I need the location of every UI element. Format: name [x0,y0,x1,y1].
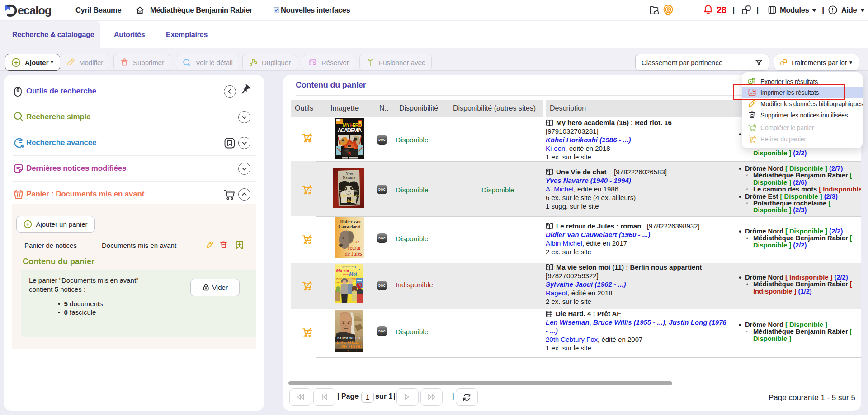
svg-text:de Jules: de Jules [345,251,363,257]
svg-text:chat: chat [346,198,354,203]
svg-text:Albin Michel: Albin Michel [349,203,359,205]
svg-text:ecalog: ecalog [18,4,51,17]
svg-text:ACADEMIA: ACADEMIA [338,127,362,134]
svg-text:OR: OR [358,342,361,345]
svg-text:Le: Le [353,238,359,245]
svg-text:Moi: Moi [349,272,357,277]
svg-text:Navarre: Navarre [343,175,355,180]
svg-text:Cauwelaert: Cauwelaert [338,224,361,229]
svg-text:Didier van: Didier van [340,219,361,224]
svg-text:B: B [358,282,362,289]
svg-text:R: R [348,151,351,156]
svg-text:Ma vie: Ma vie [336,268,349,273]
svg-text:retour: retour [348,245,361,251]
